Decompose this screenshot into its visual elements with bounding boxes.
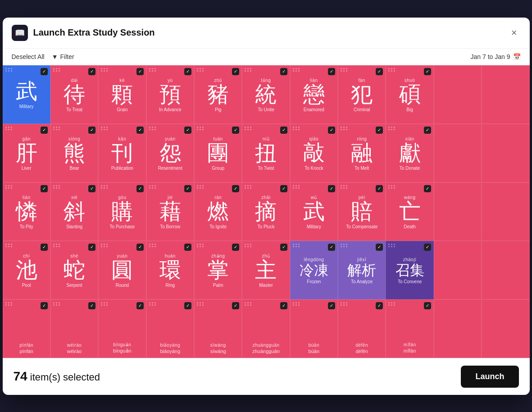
card-item[interactable]: tuán團Group [194,124,242,182]
card-checkbox[interactable] [376,127,383,134]
card-checkbox[interactable] [280,185,287,192]
card-checkbox[interactable] [232,127,239,134]
card-item[interactable]: biāoyángbiāoyáng [146,299,194,358]
card-checkbox[interactable] [376,244,383,251]
card-checkbox[interactable] [328,68,335,75]
card-item[interactable]: pínfánpínfán [3,299,50,358]
card-checkbox[interactable] [136,302,144,309]
card-checkbox[interactable] [424,244,431,251]
card-item[interactable]: kān刊Publication [98,124,146,182]
card-checkbox[interactable] [184,244,191,251]
card-checkbox[interactable] [376,68,383,75]
card-checkbox[interactable] [41,302,48,309]
card-item[interactable]: liàn戀Enamored [290,65,338,124]
card-item[interactable]: lěngdòng冷凍Frozen [290,241,338,299]
card-checkbox[interactable] [184,68,191,75]
card-checkbox[interactable] [328,244,335,251]
card-item[interactable]: róng融To Melt [338,124,386,182]
card-item[interactable] [434,124,482,182]
card-checkbox[interactable] [424,127,431,134]
card-checkbox[interactable] [88,68,95,75]
card-checkbox[interactable] [232,185,239,192]
card-item[interactable]: qiāo敲To Knock [290,124,338,182]
card-item[interactable]: jiè藉To Borrow [146,182,194,241]
card-item[interactable]: sīwángsīwáng [194,299,242,358]
card-checkbox[interactable] [184,127,191,134]
card-checkbox[interactable] [328,302,335,309]
card-item[interactable]: 武Military [3,65,50,124]
card-item[interactable]: défēndéfēn [338,299,386,358]
card-item[interactable]: chí池Pool [3,241,50,299]
card-item[interactable] [434,241,482,299]
card-item[interactable]: xiàn獻To Donate [386,124,433,182]
card-item[interactable] [434,65,482,124]
card-checkbox[interactable] [232,244,239,251]
card-item[interactable]: bùānbùān [290,299,338,358]
card-item[interactable] [482,65,529,124]
card-item[interactable]: xióng熊Bear [50,124,98,182]
card-item[interactable]: wéiràowéirào [50,299,98,358]
card-item[interactable]: jiěxī解析To Analyze [338,241,386,299]
card-checkbox[interactable] [136,68,144,75]
card-item[interactable]: wǔ武Military [290,182,338,241]
card-item[interactable]: péi賠To Compensate [338,182,386,241]
card-item[interactable]: gān肝Liver [3,124,50,182]
card-checkbox[interactable] [376,185,383,192]
card-item[interactable]: wáng亡Death [386,182,433,241]
card-item[interactable]: xié斜Slanting [50,182,98,241]
card-item[interactable]: rán燃To Ignite [194,182,242,241]
card-item[interactable] [482,299,529,358]
card-checkbox[interactable] [424,68,431,75]
card-checkbox[interactable] [88,302,95,309]
card-checkbox[interactable] [280,127,287,134]
card-checkbox[interactable] [41,127,48,134]
card-checkbox[interactable] [88,244,95,251]
card-checkbox[interactable] [88,127,95,134]
card-checkbox[interactable] [232,68,239,75]
card-checkbox[interactable] [232,302,239,309]
card-item[interactable] [482,182,529,241]
card-item[interactable] [482,241,529,299]
card-item[interactable]: lián憐To Pity [3,182,50,241]
card-item[interactable]: gòu購To Purchase [98,182,146,241]
card-item[interactable]: zhǔ主Master [242,241,290,299]
close-button[interactable]: × [508,25,521,41]
card-item[interactable]: mǐfànmǐfàn [386,299,433,358]
card-item[interactable] [434,182,482,241]
card-item[interactable]: yuán圓Round [98,241,146,299]
card-item[interactable]: yù預In Advance [146,65,194,124]
card-item[interactable]: kè顆Grain [98,65,146,124]
filter-button[interactable]: ▼ Filter [52,53,74,60]
card-item[interactable]: tǒng統To Unite [242,65,290,124]
card-checkbox[interactable] [376,302,383,309]
card-item[interactable]: yuàn怨Resentment [146,124,194,182]
card-item[interactable] [434,299,482,358]
deselect-all-button[interactable]: Deselect All [12,53,45,60]
card-item[interactable]: zhū豬Pig [194,65,242,124]
card-checkbox[interactable] [136,244,144,251]
card-item[interactable]: zhāi摘To Pluck [242,182,290,241]
card-item[interactable]: zhǎng掌Palm [194,241,242,299]
card-checkbox[interactable] [184,185,191,192]
card-checkbox[interactable] [136,127,144,134]
card-item[interactable]: huán環Ring [146,241,194,299]
card-checkbox[interactable] [280,68,287,75]
card-checkbox[interactable] [328,127,335,134]
card-checkbox[interactable] [184,302,191,309]
card-item[interactable]: dài待To Treat [50,65,98,124]
card-checkbox[interactable] [328,185,335,192]
card-item[interactable] [482,124,529,182]
card-item[interactable]: fàn犯Criminal [338,65,386,124]
card-checkbox[interactable] [88,185,95,192]
launch-button[interactable]: Launch [461,366,518,388]
calendar-icon[interactable]: 📅 [513,53,521,60]
card-checkbox[interactable] [424,185,431,192]
card-checkbox[interactable] [280,302,287,309]
card-checkbox[interactable] [136,185,144,192]
card-checkbox[interactable] [280,244,287,251]
card-item[interactable]: zhuàngguānzhuàngguān [242,299,290,358]
card-item[interactable]: bīnguǎnbīnguǎn [98,299,146,358]
card-item[interactable]: shé蛇Serpent [50,241,98,299]
card-item[interactable]: niǔ扭To Twist [242,124,290,182]
card-item[interactable]: shuò碩Big [386,65,433,124]
